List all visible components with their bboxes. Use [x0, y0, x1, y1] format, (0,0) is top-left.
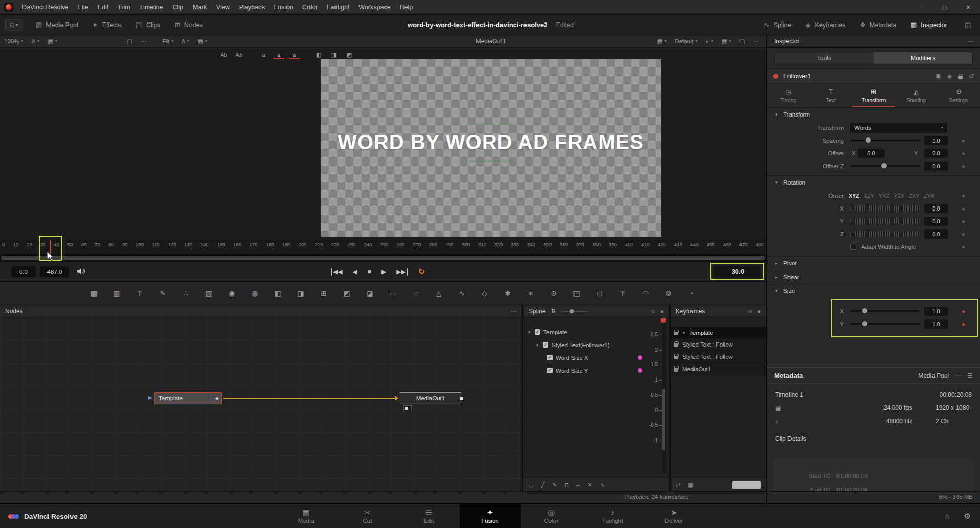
renderer-3d-icon[interactable]: ◔: [685, 287, 698, 300]
shape-box-icon[interactable]: ∿: [600, 481, 605, 488]
spline-scrollbar[interactable]: [662, 323, 666, 474]
menu-item[interactable]: Trim: [113, 0, 135, 14]
chevron-down-icon[interactable]: ▾: [535, 342, 540, 348]
size-x-field[interactable]: 1.0: [924, 307, 948, 316]
shape-3d-icon[interactable]: ◻: [593, 287, 606, 300]
lock-icon[interactable]: [958, 76, 963, 79]
tab-settings[interactable]: ⚙ Settings: [938, 84, 980, 107]
frame-left-icon[interactable]: ◧: [313, 50, 324, 59]
keyframe-diamond-icon[interactable]: ◆: [962, 232, 965, 237]
deliver[interactable]: ➤ Deliver: [643, 504, 705, 528]
channel2-dropdown[interactable]: ▦▾: [194, 35, 211, 47]
step-in-icon[interactable]: ⊓: [564, 481, 569, 488]
viewer-canvas[interactable]: WORD BY WORD AD FRAMES: [321, 59, 661, 237]
text-shadow-color-button[interactable]: a: [289, 50, 300, 59]
timeline-grid-icon[interactable]: ▦: [688, 481, 693, 488]
fast-noise-icon[interactable]: ▨: [203, 287, 215, 300]
merge-icon[interactable]: ◨: [295, 287, 307, 300]
menu-item[interactable]: Color: [298, 0, 322, 14]
ellipse-mask-icon[interactable]: ○: [410, 287, 422, 300]
fit-dropdown[interactable]: Fit▾: [158, 35, 177, 47]
grid-dropdown[interactable]: ▦▾: [718, 38, 735, 45]
size-y-field[interactable]: 1.0: [924, 319, 948, 329]
project-manager-icon[interactable]: ⌂: [945, 512, 949, 521]
bspline-mask-icon[interactable]: ∿: [456, 287, 468, 300]
edit[interactable]: ☰ Edit: [398, 504, 460, 528]
resize-icon[interactable]: ◩: [341, 287, 353, 300]
media-out-icon[interactable]: ▥: [111, 287, 123, 300]
rotation-y-field[interactable]: 0.0: [924, 217, 948, 226]
keyframe-diamond-icon[interactable]: ◆: [962, 206, 965, 211]
adapt-width-checkbox[interactable]: [850, 244, 856, 250]
reset-icon[interactable]: ↺: [969, 73, 974, 80]
template-node[interactable]: Template ◆: [154, 392, 222, 404]
rectangle-mask-icon[interactable]: ▭: [387, 287, 399, 300]
step-out-icon[interactable]: ⌐: [577, 482, 580, 488]
reverse-icon[interactable]: ✕: [587, 481, 592, 488]
spacing-slider[interactable]: [850, 140, 920, 141]
frame-right-icon[interactable]: ◩: [344, 50, 355, 59]
menu-app[interactable]: DaVinci Resolve: [17, 0, 73, 14]
text-smallcaps-button[interactable]: Ab: [233, 50, 245, 59]
offset-x-field[interactable]: 0.0: [858, 149, 885, 158]
lock-icon[interactable]: [674, 356, 678, 359]
gain-dropdown[interactable]: A▾: [27, 35, 43, 47]
tab-timing[interactable]: ◷ Timing: [767, 84, 809, 107]
menu-item[interactable]: Fairlight: [322, 0, 354, 14]
lock-icon[interactable]: [674, 368, 678, 372]
spline-sort-icon[interactable]: ⇅: [551, 308, 555, 314]
channel-dropdown[interactable]: ▦▾: [43, 35, 61, 47]
keyframe-diamond-icon[interactable]: ◆: [962, 193, 965, 198]
inspector-options-button[interactable]: ⋯: [968, 38, 980, 45]
metadata-options-button[interactable]: ⋯: [955, 372, 961, 379]
tab-shading[interactable]: ◭ Shading: [895, 84, 937, 107]
fusion[interactable]: ✦ Fusion: [460, 504, 521, 528]
node-connection[interactable]: [223, 398, 398, 399]
transform-mode-dropdown[interactable]: Words▾: [850, 123, 947, 133]
current-frame-field[interactable]: 30.0: [714, 266, 761, 278]
play-reverse-button[interactable]: ◀: [352, 268, 357, 276]
rotation-z-dial[interactable]: [850, 231, 920, 237]
workspace-toggle-button[interactable]: ◱▾: [5, 19, 22, 31]
versions-icon[interactable]: ▣: [935, 73, 941, 80]
optical-flow-icon[interactable]: ⊛: [547, 287, 560, 300]
tracker-icon[interactable]: ∗: [524, 287, 537, 300]
text-outline-color-button[interactable]: a: [273, 50, 284, 59]
spline-fit-icon[interactable]: ‹›: [651, 308, 655, 315]
maximize-button[interactable]: ▢: [933, 0, 957, 14]
section-size[interactable]: ▾Size: [767, 284, 980, 297]
frame-center-icon[interactable]: ◨: [328, 50, 340, 59]
transform-icon[interactable]: ⊞: [318, 287, 330, 300]
stop-button[interactable]: ■: [368, 268, 371, 276]
keyframes-fit-icon[interactable]: ‹›: [748, 308, 752, 315]
wand-mask-icon[interactable]: ◇: [479, 287, 491, 300]
spline-zoom-slider[interactable]: [561, 311, 588, 312]
polygon-mask-icon[interactable]: △: [433, 287, 445, 300]
audio-mute-icon[interactable]: [77, 268, 86, 275]
keyframes-options-icon[interactable]: ●: [757, 308, 761, 315]
chevron-down-icon[interactable]: ▾: [527, 330, 532, 335]
menu-item[interactable]: Fusion: [269, 0, 298, 14]
keyframe-diamond-icon[interactable]: ◆: [962, 164, 965, 169]
composition-text[interactable]: WORD BY WORD AD FRAMES: [321, 131, 661, 154]
gain2-dropdown[interactable]: A▾: [177, 35, 194, 47]
fairlight[interactable]: ♪ Fairlight: [582, 504, 643, 528]
lock-icon[interactable]: [674, 332, 678, 335]
text-plus-icon[interactable]: T: [134, 287, 146, 300]
metadata-button[interactable]: ❖Metadata: [859, 21, 896, 29]
range-end-field[interactable]: 487.0: [40, 266, 69, 277]
defocus-icon[interactable]: ◉: [226, 287, 238, 300]
particles-icon[interactable]: ∴: [180, 287, 192, 300]
node-graph[interactable]: ▶ Template ◆ MediaOut1: [0, 317, 522, 491]
tab-transform[interactable]: ⊞ Transform: [852, 84, 895, 107]
keyframes-time-field[interactable]: [732, 481, 761, 489]
menu-item[interactable]: File: [73, 0, 92, 14]
keyframe-diamond-icon[interactable]: ◆: [962, 219, 965, 224]
merge-3d-icon[interactable]: ◠: [639, 287, 652, 300]
lock-icon[interactable]: [674, 343, 678, 347]
go-to-end-button[interactable]: ▶▶: [396, 268, 408, 276]
keyframes-row[interactable]: Styled Text : Follow: [671, 338, 766, 351]
keyframe-diamond-icon[interactable]: ◆: [962, 138, 965, 143]
spline-options-icon[interactable]: ●: [660, 308, 664, 315]
spacing-value-field[interactable]: 1.0: [924, 136, 948, 145]
